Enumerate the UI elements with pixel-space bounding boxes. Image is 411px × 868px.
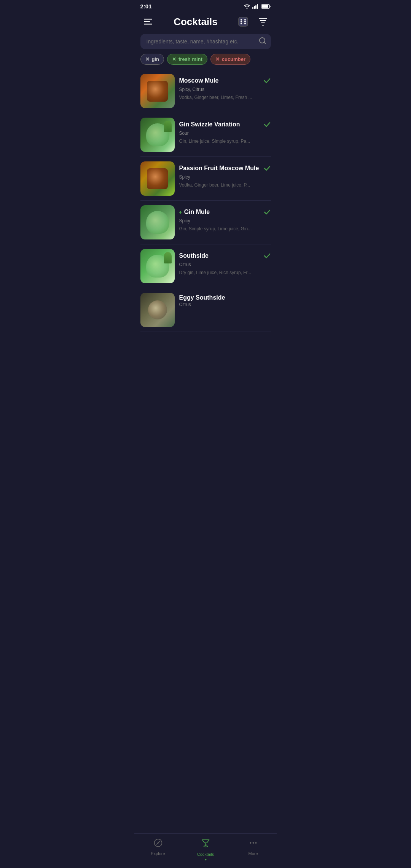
cocktail-style-moscow-mule: Spicy, Citrus [179, 87, 271, 92]
battery-icon [261, 4, 271, 9]
cocktail-info-eggy-southside: Eggy Southside Citrus [179, 293, 271, 309]
svg-rect-6 [270, 6, 271, 7]
tag-cucumber-label: cucumber [222, 56, 245, 62]
cocktail-item-passion-fruit[interactable]: Passion Fruit Moscow Mule Spicy Vodka, G… [140, 157, 271, 201]
svg-rect-10 [144, 24, 152, 25]
bottom-nav: Explore Cocktails More [134, 833, 277, 868]
svg-point-21 [158, 842, 159, 844]
svg-rect-3 [255, 5, 256, 9]
tag-fresh-mint[interactable]: ✕ fresh mint [167, 54, 207, 65]
nav-item-cocktails[interactable]: Cocktails [182, 838, 229, 860]
svg-rect-9 [144, 21, 150, 22]
svg-point-22 [204, 846, 207, 847]
tag-gin[interactable]: ✕ gin [140, 54, 164, 65]
svg-point-17 [244, 21, 246, 22]
nav-label-explore: Explore [151, 851, 165, 856]
svg-point-24 [206, 844, 207, 845]
cocktail-ingredients-gin-swizzle: Gin, Lime juice, Simple syrup, Pa... [179, 138, 271, 145]
signal-icon [252, 4, 259, 9]
nav-item-explore[interactable]: Explore [134, 838, 182, 860]
tag-mint-label: fresh mint [178, 56, 202, 62]
cocktail-diamond-gin-mule: ♦ [179, 209, 182, 215]
cocktail-image-gin-swizzle [140, 118, 175, 152]
cocktail-info-southside: Southside Citrus Dry gin, Lime juice, Ri… [179, 249, 271, 276]
cocktail-check-gin-mule [263, 208, 271, 217]
search-button[interactable] [259, 37, 266, 46]
menu-button[interactable] [140, 14, 156, 29]
cocktail-check-gin-swizzle [263, 121, 271, 130]
cocktail-check-passion-fruit [263, 164, 271, 174]
cocktail-name-eggy-southside: Eggy Southside [179, 294, 271, 301]
svg-point-25 [250, 842, 251, 844]
cocktail-check-southside [263, 252, 271, 261]
cocktail-image-southside [140, 249, 175, 283]
nav-item-more[interactable]: More [229, 838, 277, 860]
search-container [140, 34, 271, 49]
svg-rect-7 [262, 5, 268, 8]
tag-cucumber-x[interactable]: ✕ [215, 56, 220, 62]
tag-cucumber[interactable]: ✕ cucumber [210, 54, 250, 65]
svg-point-15 [244, 23, 246, 24]
dice-button[interactable] [236, 14, 251, 29]
tag-gin-x[interactable]: ✕ [145, 56, 150, 62]
header: Cocktails [134, 11, 277, 34]
nav-label-more: More [248, 851, 258, 856]
cocktail-image-eggy-southside [140, 293, 175, 327]
cocktail-item-moscow-mule[interactable]: Moscow Mule Spicy, Citrus Vodka, Ginger … [140, 69, 271, 113]
cocktail-item-gin-swizzle[interactable]: Gin Swizzle Variation Sour Gin, Lime jui… [140, 113, 271, 157]
cocktail-info-passion-fruit: Passion Fruit Moscow Mule Spicy Vodka, G… [179, 161, 271, 188]
svg-rect-11 [239, 17, 248, 26]
cocktail-style-southside: Citrus [179, 262, 271, 267]
cocktail-name-gin-swizzle: Gin Swizzle Variation [179, 121, 261, 128]
cocktail-name-passion-fruit: Passion Fruit Moscow Mule [179, 165, 261, 172]
svg-rect-8 [144, 19, 152, 20]
svg-rect-1 [252, 7, 253, 9]
cocktail-style-gin-swizzle: Sour [179, 131, 271, 136]
svg-rect-4 [257, 4, 258, 9]
svg-point-12 [241, 19, 242, 21]
header-actions [236, 14, 271, 29]
nav-label-cocktails: Cocktails [197, 852, 214, 857]
cocktail-name-moscow-mule: Moscow Mule [179, 77, 261, 84]
svg-point-26 [252, 842, 254, 844]
cocktail-item-southside[interactable]: Southside Citrus Dry gin, Lime juice, Ri… [140, 244, 271, 288]
cocktail-ingredients-southside: Dry gin, Lime juice, Rich syrup, Fr... [179, 270, 271, 276]
svg-point-27 [255, 842, 256, 844]
tag-gin-label: gin [152, 56, 159, 62]
cocktail-info-moscow-mule: Moscow Mule Spicy, Citrus Vodka, Ginger … [179, 74, 271, 101]
status-time: 2:01 [140, 3, 152, 10]
tag-mint-x[interactable]: ✕ [172, 56, 176, 62]
cocktail-ingredients-gin-mule: Gin, Simple syrup, Lime juice, Gin... [179, 226, 271, 232]
svg-point-23 [204, 844, 205, 844]
cocktail-ingredients-moscow-mule: Vodka, Ginger beer, Limes, Fresh ... [179, 94, 271, 101]
page-title: Cocktails [174, 16, 218, 28]
cocktail-name-southside: Southside [179, 252, 261, 259]
cocktail-info-gin-mule: ♦ Gin Mule Spicy Gin, Simple syrup, Lime… [179, 205, 271, 232]
cocktail-info-gin-swizzle: Gin Swizzle Variation Sour Gin, Lime jui… [179, 118, 271, 145]
more-icon [249, 838, 258, 850]
cocktail-image-passion-fruit [140, 161, 175, 196]
cocktail-image-gin-mule [140, 205, 175, 239]
cocktail-name-gin-mule: Gin Mule [184, 209, 261, 215]
search-input[interactable] [140, 34, 271, 49]
cocktail-image-moscow-mule [140, 74, 175, 108]
status-bar: 2:01 [134, 0, 277, 11]
cocktail-style-eggy-southside: Citrus [179, 302, 271, 307]
wifi-icon [244, 4, 250, 9]
cocktail-item-gin-mule[interactable]: ♦ Gin Mule Spicy Gin, Simple syrup, Lime… [140, 201, 271, 244]
tags-container: ✕ gin ✕ fresh mint ✕ cucumber [134, 54, 277, 69]
cocktail-ingredients-passion-fruit: Vodka, Ginger beer, Lime juice, P... [179, 182, 271, 188]
cocktail-style-passion-fruit: Spicy [179, 174, 271, 180]
svg-point-0 [246, 8, 247, 9]
cocktails-icon [201, 838, 210, 850]
nav-active-dot [205, 859, 206, 860]
cocktail-check-moscow-mule [263, 77, 271, 86]
filter-button[interactable] [255, 14, 271, 29]
cocktail-item-eggy-southside[interactable]: Eggy Southside Citrus [140, 288, 271, 332]
svg-point-13 [244, 19, 246, 21]
explore-icon [153, 838, 162, 850]
status-icons [244, 4, 271, 9]
svg-point-16 [241, 21, 242, 22]
svg-point-14 [241, 23, 242, 24]
svg-rect-2 [254, 6, 255, 9]
